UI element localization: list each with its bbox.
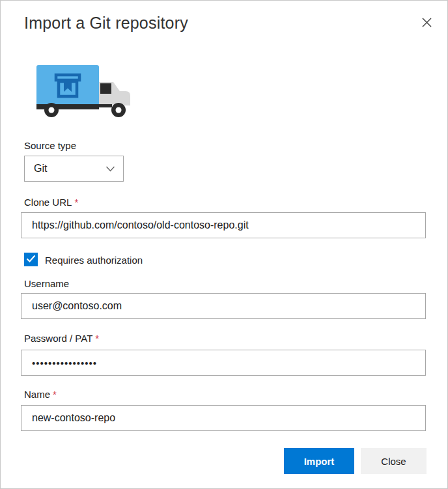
source-type-select[interactable]: Git bbox=[24, 156, 124, 182]
repository-name-label: Name* bbox=[24, 389, 57, 400]
dialog-close-button[interactable] bbox=[417, 14, 436, 33]
import-truck-icon bbox=[36, 63, 135, 119]
chevron-down-icon bbox=[105, 163, 115, 175]
checkmark-icon bbox=[26, 254, 36, 266]
required-asterisk: * bbox=[53, 389, 57, 400]
dialog-title: Import a Git repository bbox=[24, 14, 188, 33]
password-label: Password / PAT* bbox=[24, 333, 99, 344]
required-asterisk: * bbox=[74, 197, 78, 208]
requires-authorization-label[interactable]: Requires authorization bbox=[45, 255, 143, 266]
close-icon bbox=[421, 16, 433, 31]
source-type-selected-value: Git bbox=[34, 163, 47, 175]
clone-url-label: Clone URL* bbox=[24, 197, 78, 208]
import-button[interactable]: Import bbox=[284, 448, 354, 474]
import-git-repository-dialog: Import a Git repository bbox=[0, 0, 448, 489]
requires-authorization-checkbox[interactable] bbox=[24, 253, 38, 266]
source-type-label: Source type bbox=[24, 140, 76, 151]
username-input[interactable] bbox=[21, 293, 426, 319]
repository-name-input[interactable] bbox=[21, 405, 426, 431]
required-asterisk: * bbox=[95, 333, 99, 344]
password-input[interactable] bbox=[21, 350, 426, 376]
clone-url-input[interactable] bbox=[21, 212, 426, 238]
username-label: Username bbox=[24, 278, 69, 289]
close-button[interactable]: Close bbox=[361, 448, 427, 474]
